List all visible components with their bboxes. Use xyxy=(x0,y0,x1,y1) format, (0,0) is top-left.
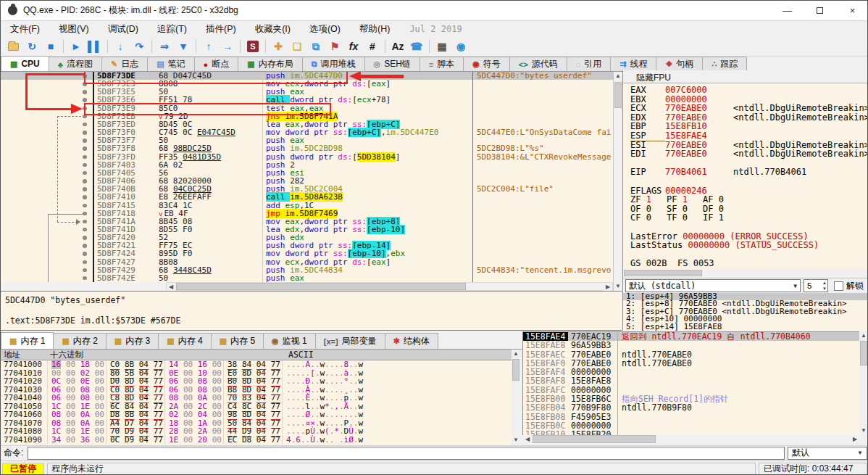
disasm-row[interactable]: 5D8F740556push esi xyxy=(1,169,613,177)
tab-notes[interactable]: ▤笔记 xyxy=(147,57,194,71)
scroll-down-icon[interactable]: ▼ xyxy=(614,282,622,291)
menu-item-7[interactable]: 帮助(H) xyxy=(350,22,399,37)
breakpoint-dot-icon[interactable] xyxy=(83,187,87,191)
tab-trace-tab[interactable]: ∴跟踪 xyxy=(702,57,747,71)
breakpoint-dot-icon[interactable] xyxy=(83,131,87,135)
flag-tf[interactable]: TF 0 xyxy=(667,213,703,223)
tab-handles[interactable]: ❖句柄 xyxy=(656,57,703,71)
scroll-thumb[interactable] xyxy=(176,283,466,290)
stack-row[interactable]: 15E8FAF815E8FAE8 xyxy=(523,376,859,385)
breakpoint-gutter[interactable] xyxy=(1,96,94,104)
execute-till-return-icon[interactable]: ▼ xyxy=(175,38,192,54)
registers-hscrollbar[interactable] xyxy=(623,269,868,278)
menu-item-1[interactable]: 视图(V) xyxy=(49,22,99,37)
scroll-thumb[interactable] xyxy=(624,270,702,276)
minimize-button[interactable]: — xyxy=(771,1,804,20)
dump-row[interactable]: 7704104006 00 08 00C8 8D 04 7708 00 0A 0… xyxy=(1,394,521,402)
stack-panel[interactable]: 15E8FAE4770EAC19返回到 ntdll.770EAC19 自 ntd… xyxy=(522,331,859,435)
step-over-icon[interactable]: ↷ xyxy=(130,38,148,54)
maximize-button[interactable] xyxy=(804,1,836,20)
command-input[interactable] xyxy=(28,447,785,460)
breakpoint-dot-icon[interactable] xyxy=(83,244,87,248)
register-value[interactable]: 770EABE0 xyxy=(665,149,707,159)
trace-s-icon[interactable]: S xyxy=(244,38,262,54)
scroll-thumb[interactable] xyxy=(512,359,519,381)
calling-convention-select[interactable]: 默认 (stdcall) ▼ xyxy=(625,279,801,292)
scroll-up-icon[interactable]: ▲ xyxy=(614,72,622,80)
tab-struct-7[interactable]: ✱结构体 xyxy=(385,333,438,349)
breakpoint-dot-icon[interactable] xyxy=(83,171,87,175)
calculator-shortcut-icon[interactable]: ☎ xyxy=(408,38,425,54)
pause-icon[interactable]: ▌▌ xyxy=(86,38,104,54)
disasm-hscrollbar[interactable]: ◀ ▶ xyxy=(166,282,613,291)
tab-watch-5[interactable]: ◉监视 1 xyxy=(263,333,316,349)
breakpoint-gutter[interactable] xyxy=(1,128,94,136)
breakpoint-dot-icon[interactable] xyxy=(83,236,87,240)
dump-row[interactable]: 770410200C 00 0E 00D0 8D 04 7706 00 08 0… xyxy=(1,377,521,386)
labels-icon[interactable]: ⧉ xyxy=(307,38,325,54)
breakpoint-dot-icon[interactable] xyxy=(83,252,87,256)
breakpoint-dot-icon[interactable] xyxy=(83,123,87,127)
step-into-icon[interactable]: ↓ xyxy=(112,38,129,54)
tab-cpu[interactable]: ▦CPU xyxy=(1,56,49,71)
tab-dump-0[interactable]: ▦内存 1 xyxy=(1,332,54,349)
hash-icon[interactable]: # xyxy=(364,38,381,54)
open-file-icon[interactable] xyxy=(4,38,22,54)
hide-fpu-button[interactable]: 隐藏FPU xyxy=(623,70,868,83)
unlock-checkbox[interactable] xyxy=(834,281,843,291)
tab-seh-chain[interactable]: ◎SEH链 xyxy=(364,57,420,71)
breakpoint-dot-icon[interactable] xyxy=(83,179,87,183)
breakpoint-gutter[interactable] xyxy=(1,210,94,218)
bookmarks-icon[interactable]: ⚑ xyxy=(326,38,343,54)
command-profile-select[interactable]: 默认 ▼ xyxy=(788,447,867,460)
run-to-selection-icon[interactable]: ⇒ xyxy=(156,38,173,54)
run-icon[interactable]: ► xyxy=(67,38,85,54)
breakpoint-dot-icon[interactable] xyxy=(83,228,87,232)
stack-hscrollbar[interactable]: ◀ ▶ xyxy=(523,435,859,445)
disasm-row[interactable]: 5D8F742E50push eax xyxy=(1,274,613,282)
patches-icon[interactable]: ✚ xyxy=(270,38,287,54)
tab-dump-3[interactable]: ▦内存 4 xyxy=(158,333,211,349)
dump-row[interactable]: 7704109034 00 36 000C D9 04 771E 00 20 0… xyxy=(1,436,521,445)
breakpoint-gutter[interactable] xyxy=(1,144,94,152)
scroll-thumb[interactable] xyxy=(533,435,656,443)
breakpoint-gutter[interactable] xyxy=(1,177,94,185)
registers-list[interactable]: EAX007C6000EBX00000000ECX770EABE0<ntdll.… xyxy=(623,83,868,269)
breakpoint-gutter[interactable] xyxy=(1,218,94,226)
tab-call-stack[interactable]: ⧉调用堆栈 xyxy=(302,57,365,71)
register-value[interactable]: 770B4061 xyxy=(665,167,707,177)
scroll-up-icon[interactable]: ▲ xyxy=(512,350,520,358)
scroll-thumb[interactable] xyxy=(860,341,867,365)
tab-breakpoints[interactable]: ●断点 xyxy=(194,57,239,71)
breakpoint-dot-icon[interactable] xyxy=(83,139,87,143)
breakpoint-dot-icon[interactable] xyxy=(83,195,87,199)
breakpoint-dot-icon[interactable] xyxy=(83,155,87,160)
breakpoint-gutter[interactable] xyxy=(1,88,94,96)
scroll-up-icon[interactable]: ▲ xyxy=(859,331,868,340)
run-to-user-code-icon[interactable]: → xyxy=(219,38,236,54)
dump-vscrollbar[interactable]: ▲ ▼ xyxy=(512,350,521,445)
dump-row[interactable]: 7704100016 00 18 00C0 8B 04 7714 00 16 0… xyxy=(1,360,521,369)
disasm-vscrollbar[interactable]: ▲ ▼ xyxy=(613,72,622,291)
breakpoint-dot-icon[interactable] xyxy=(83,98,87,102)
dump-row[interactable]: 770410801C 00 1E 0070 D9 04 7728 00 2A 0… xyxy=(1,427,521,436)
breakpoint-gutter[interactable] xyxy=(1,258,94,266)
menu-item-5[interactable]: 收藏夹(I) xyxy=(246,22,300,37)
register-row[interactable]: CF 0TF 0IF 1 xyxy=(630,213,868,223)
flag-cf[interactable]: CF 0 xyxy=(630,213,667,223)
stack-args-list[interactable]: 1: [esp+4] 96A59BB32: [esp+8] 770EABE0 <… xyxy=(623,293,868,331)
breakpoint-gutter[interactable] xyxy=(1,193,94,201)
breakpoint-gutter[interactable] xyxy=(1,153,94,161)
breakpoint-dot-icon[interactable] xyxy=(83,90,87,94)
appearance-az-icon[interactable]: Az xyxy=(389,38,406,54)
breakpoint-gutter[interactable] xyxy=(1,161,94,169)
tab-threads[interactable]: ⇉线程 xyxy=(610,57,656,71)
register-row[interactable]: LastStatus 00000000 (STATUS_SUCCESS) xyxy=(630,241,868,250)
disasm-row[interactable]: 5D8F74036A 02push 2 xyxy=(1,161,613,169)
breakpoint-gutter[interactable] xyxy=(1,266,94,274)
breakpoint-dot-icon[interactable] xyxy=(83,276,87,281)
menu-item-4[interactable]: 插件(P) xyxy=(196,22,246,37)
flag-if[interactable]: IF 1 xyxy=(703,213,739,223)
breakpoint-gutter[interactable] xyxy=(1,80,94,88)
disasm-row[interactable]: 5D8F73F0C745 0C E047C45Dmov dword ptr ss… xyxy=(1,128,613,136)
